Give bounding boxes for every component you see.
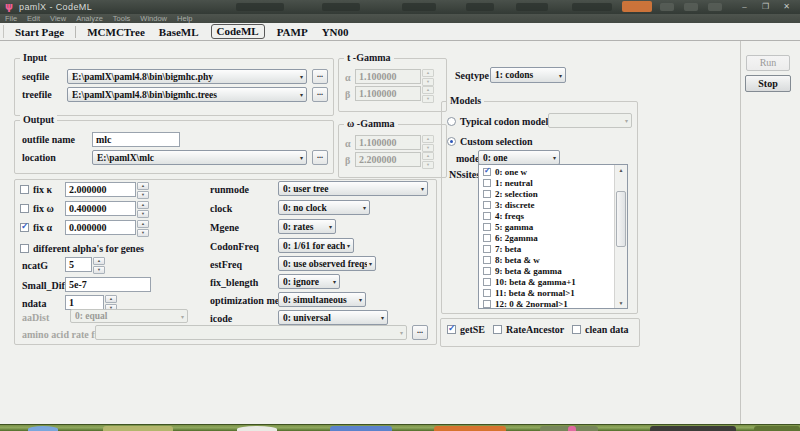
nssites-item[interactable]: 6: 2gamma xyxy=(479,232,615,243)
fix-kappa-checkbox[interactable] xyxy=(20,185,29,194)
small-diff-input[interactable]: 5e-7 xyxy=(65,277,151,292)
estfreq-combobox[interactable]: 0: use observed freqs ▾ xyxy=(278,256,376,271)
tab-start-page[interactable]: Start Page xyxy=(8,26,71,38)
taskbar-icon[interactable] xyxy=(568,426,576,431)
nssites-item[interactable]: 0: one w xyxy=(479,166,615,177)
alpha-value[interactable]: 0.000000 xyxy=(65,220,136,235)
fix-omega-checkbox[interactable] xyxy=(20,204,29,213)
chevron-down-icon[interactable]: ▾ xyxy=(329,223,332,230)
aa-rate-file-browse-button[interactable]: ... xyxy=(412,325,428,340)
location-browse-button[interactable]: ... xyxy=(312,150,328,165)
taskbar-icon[interactable] xyxy=(650,426,736,431)
taskbar-clock-area[interactable] xyxy=(754,426,800,431)
minimize-icon[interactable]: – xyxy=(737,1,752,12)
scrollbar-thumb[interactable] xyxy=(616,191,626,247)
maximize-icon[interactable]: ❐ xyxy=(758,1,773,12)
nssites-item[interactable]: 8: beta & w xyxy=(479,254,615,265)
location-combobox[interactable]: E:\pamlX\mlc ▾ xyxy=(92,150,307,165)
spinner-up-icon[interactable]: ▲ xyxy=(137,201,149,209)
kappa-spinner[interactable]: 2.000000 ▲ ▼ xyxy=(65,182,149,197)
chevron-down-icon[interactable]: ▾ xyxy=(359,296,362,303)
checkbox-icon[interactable] xyxy=(483,168,491,176)
diff-alpha-checkbox[interactable] xyxy=(20,244,29,253)
nssites-item[interactable]: 1: neutral xyxy=(479,177,615,188)
runmode-combobox[interactable]: 0: user tree ▾ xyxy=(278,181,428,196)
run-button[interactable]: Run xyxy=(746,55,790,71)
tab-pamp[interactable]: PAMP xyxy=(270,26,315,38)
checkbox-icon[interactable] xyxy=(483,289,491,297)
menu-tools[interactable]: Tools xyxy=(108,14,136,23)
tab-baseml[interactable]: BaseML xyxy=(152,26,206,38)
start-button[interactable] xyxy=(28,426,58,431)
checkbox-icon[interactable] xyxy=(483,179,491,187)
icode-combobox[interactable]: 0: universal ▾ xyxy=(278,310,388,325)
seqfile-combobox[interactable]: E:\pamlX\paml4.8\bin\bigmhc.phy ▾ xyxy=(67,69,307,84)
checkbox-icon[interactable] xyxy=(483,245,491,253)
menu-file[interactable]: File xyxy=(0,14,22,23)
nssites-item[interactable]: 4: freqs xyxy=(479,210,615,221)
spinner-up-icon[interactable]: ▲ xyxy=(105,295,117,303)
menu-help[interactable]: Help xyxy=(172,14,197,23)
spinner-up-icon[interactable]: ▲ xyxy=(93,257,105,265)
taskbar-icon[interactable] xyxy=(103,426,173,431)
nssites-scrollbar[interactable]: ▲ ▼ xyxy=(614,165,627,308)
spin-buttons[interactable]: ▲ ▼ xyxy=(137,220,149,235)
cleandata-checkbox[interactable] xyxy=(572,325,581,334)
seqtype-combobox[interactable]: 1: codons ▾ xyxy=(490,67,566,83)
tab-codeml[interactable]: CodeML xyxy=(211,24,265,39)
chevron-down-icon[interactable]: ▾ xyxy=(363,204,366,211)
ncatg-value[interactable]: 5 xyxy=(65,257,92,272)
spin-buttons[interactable]: ▲ ▼ xyxy=(137,201,149,216)
spinner-up-icon[interactable]: ▲ xyxy=(137,182,149,190)
stop-button[interactable]: Stop xyxy=(745,75,791,92)
alpha-spinner[interactable]: 0.000000 ▲ ▼ xyxy=(65,220,149,235)
tab-yn00[interactable]: YN00 xyxy=(315,26,356,38)
checkbox-icon[interactable] xyxy=(483,190,491,198)
fix-alpha-checkbox[interactable] xyxy=(20,223,29,232)
omega-value[interactable]: 0.400000 xyxy=(65,201,136,216)
checkbox-icon[interactable] xyxy=(483,300,491,308)
taskbar-icon[interactable] xyxy=(330,426,392,431)
checkbox-icon[interactable] xyxy=(483,256,491,264)
nssites-item[interactable]: 7: beta xyxy=(479,243,615,254)
treefile-combobox[interactable]: E:\pamlX\paml4.8\bin\bigmhc.trees ▾ xyxy=(67,87,307,102)
chevron-down-icon[interactable]: ▾ xyxy=(300,154,303,161)
clock-combobox[interactable]: 0: no clock ▾ xyxy=(278,200,370,215)
spinner-up-icon[interactable]: ▲ xyxy=(137,220,149,228)
typical-model-radio[interactable] xyxy=(447,117,456,126)
taskbar-icon[interactable] xyxy=(237,426,277,431)
chevron-down-icon[interactable]: ▾ xyxy=(381,314,384,321)
spinner-down-icon[interactable]: ▼ xyxy=(137,191,149,199)
nssites-item[interactable]: 2: selection xyxy=(479,188,615,199)
chevron-down-icon[interactable]: ▾ xyxy=(300,91,303,98)
custom-selection-radio[interactable] xyxy=(447,137,456,146)
tab-mcmctree[interactable]: MCMCTree xyxy=(80,26,152,38)
outfile-name-input[interactable]: mlc xyxy=(92,132,180,147)
mgene-combobox[interactable]: 0: rates ▾ xyxy=(278,219,336,234)
ndata-spinner[interactable]: 1 ▲ ▼ xyxy=(65,295,117,310)
spinner-down-icon[interactable]: ▼ xyxy=(137,229,149,237)
menu-window[interactable]: Window xyxy=(135,14,172,23)
menu-view[interactable]: View xyxy=(45,14,71,23)
chevron-down-icon[interactable]: ▾ xyxy=(559,72,562,79)
chevron-down-icon[interactable]: ▾ xyxy=(333,278,336,285)
omega-spinner[interactable]: 0.400000 ▲ ▼ xyxy=(65,201,149,216)
nssites-item[interactable]: 11: beta & normal>1 xyxy=(479,287,615,298)
ndata-value[interactable]: 1 xyxy=(65,295,104,310)
nssites-item[interactable]: 12: 0 & 2normal>1 xyxy=(479,298,615,309)
codonfreq-combobox[interactable]: 0: 1/61 for each ▾ xyxy=(278,238,354,253)
checkbox-icon[interactable] xyxy=(483,278,491,286)
taskbar[interactable] xyxy=(0,424,800,431)
opt-method-combobox[interactable]: 0: simultaneous ▾ xyxy=(278,292,366,307)
spinner-down-icon[interactable]: ▼ xyxy=(137,210,149,218)
spin-buttons[interactable]: ▲ ▼ xyxy=(105,295,117,310)
chevron-down-icon[interactable]: ▾ xyxy=(369,260,372,267)
kappa-value[interactable]: 2.000000 xyxy=(65,182,136,197)
checkbox-icon[interactable] xyxy=(483,234,491,242)
nssites-item[interactable]: 10: beta & gamma+1 xyxy=(479,276,615,287)
getse-checkbox[interactable] xyxy=(447,325,456,334)
chevron-down-icon[interactable]: ▾ xyxy=(553,154,556,161)
chevron-down-icon[interactable]: ▾ xyxy=(300,73,303,80)
menu-analyze[interactable]: Analyze xyxy=(71,14,108,23)
chevron-down-icon[interactable]: ▾ xyxy=(421,185,424,192)
